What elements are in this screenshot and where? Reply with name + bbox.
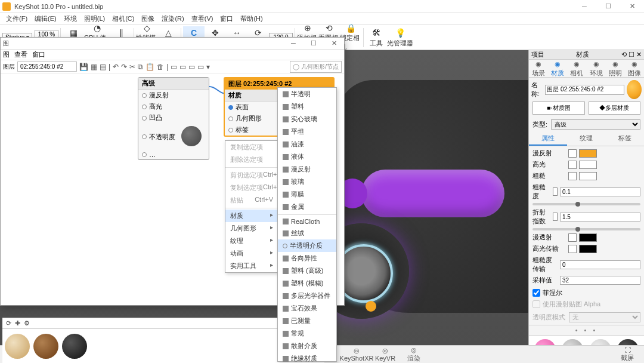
menu-render[interactable]: 渲染(R) xyxy=(159,13,186,24)
material-name-input[interactable] xyxy=(545,85,624,95)
value-input[interactable] xyxy=(560,276,640,285)
tab-material[interactable]: ◉材质 xyxy=(551,60,564,78)
layout-icon[interactable]: ▤ xyxy=(100,63,106,71)
bb-screenshot[interactable]: ⛶截屏 xyxy=(615,346,639,362)
material-graph-button[interactable]: ■◦材质图 xyxy=(532,101,585,115)
editor-path-input[interactable]: 02:255:245:0 #2 xyxy=(17,61,77,72)
tray-material-2[interactable] xyxy=(33,334,58,359)
submenu-半透明[interactable]: 半透明 xyxy=(278,88,336,100)
menu-help[interactable]: 帮助(H) xyxy=(238,13,265,24)
editor-max[interactable]: ☐ xyxy=(304,39,324,47)
submenu-半透明介质[interactable]: 半透明介质 xyxy=(278,239,336,252)
texture-slot[interactable] xyxy=(568,245,577,253)
ctx-实用工具[interactable]: 实用工具 xyxy=(225,260,278,272)
texture-slot[interactable] xyxy=(568,172,577,180)
color-swatch[interactable] xyxy=(579,149,597,158)
value-slider[interactable] xyxy=(532,228,640,230)
texture-slot[interactable] xyxy=(568,149,577,158)
submenu-液体[interactable]: 液体 xyxy=(278,150,336,163)
ctx-纹理[interactable]: 纹理 xyxy=(225,235,278,247)
tray-material-1[interactable] xyxy=(5,334,30,359)
material-type-submenu[interactable]: 半透明塑料实心玻璃平坦油漆液体漫反射玻璃薄膜金属RealCloth丝绒半透明介质… xyxy=(277,87,337,362)
menu-view[interactable]: 查看(V) xyxy=(189,13,216,24)
menu-camera[interactable]: 相机(C) xyxy=(110,13,137,24)
panel-separator[interactable]: • • • xyxy=(529,325,644,335)
submenu-塑料[interactable]: 塑料 xyxy=(278,100,336,113)
context-menu[interactable]: 复制选定项删除选定项剪切选定项Ctrl+X复制选定项Ctrl+C粘贴Ctrl+V… xyxy=(225,140,278,273)
bb-keyshotxr[interactable]: ◎KeyShotXR xyxy=(345,347,369,362)
submenu-油漆[interactable]: 油漆 xyxy=(278,138,336,150)
menu-env[interactable]: 环境 xyxy=(61,13,79,24)
tab-scene[interactable]: ◉场景 xyxy=(532,60,545,78)
ctx-动画[interactable]: 动画 xyxy=(225,247,278,260)
undo-icon[interactable]: ↶ xyxy=(113,63,119,71)
cut-icon[interactable]: ✂ xyxy=(129,63,135,71)
value-input[interactable] xyxy=(560,260,640,269)
value-slider[interactable] xyxy=(532,203,640,205)
submenu-塑料 (模糊)[interactable]: 塑料 (模糊) xyxy=(278,277,336,290)
more1-icon[interactable]: ▭ xyxy=(171,63,177,71)
editor-tab-graph[interactable]: 图 xyxy=(3,50,10,59)
bb-keyvr[interactable]: ◎KeyVR xyxy=(373,347,397,362)
value-input[interactable] xyxy=(560,187,640,196)
subtab-properties[interactable]: 属性 xyxy=(529,132,567,146)
ctx-几何图形[interactable]: 几何图形 xyxy=(225,222,278,235)
maximize-button[interactable]: ☐ xyxy=(596,0,620,13)
subtab-textures[interactable]: 纹理 xyxy=(567,132,605,146)
tab-camera[interactable]: ◉相机 xyxy=(570,60,583,78)
tray-gear-icon[interactable]: ⚙ xyxy=(24,319,30,327)
submenu-玻璃[interactable]: 玻璃 xyxy=(278,176,336,188)
submenu-丝绒[interactable]: 丝绒 xyxy=(278,227,336,239)
color-swatch[interactable] xyxy=(579,233,597,242)
submenu-平坦[interactable]: 平坦 xyxy=(278,125,336,138)
grid-icon[interactable]: ▦ xyxy=(91,63,97,71)
editor-tab-window[interactable]: 窗口 xyxy=(32,50,45,59)
submenu-多层光学器件[interactable]: 多层光学器件 xyxy=(278,290,336,302)
node-advanced[interactable]: 高级 漫反射 高光 凹凸 不透明度 … xyxy=(138,77,209,160)
tab-lighting[interactable]: ◉照明 xyxy=(609,60,622,78)
color-swatch[interactable] xyxy=(579,172,597,180)
editor-min[interactable]: ─ xyxy=(283,39,304,47)
paste-icon[interactable]: 📋 xyxy=(145,63,154,71)
save-icon[interactable]: 💾 xyxy=(79,63,88,71)
minimize-button[interactable]: ─ xyxy=(572,0,596,13)
submenu-漫反射[interactable]: 漫反射 xyxy=(278,163,336,176)
close-button[interactable]: ✕ xyxy=(620,0,644,13)
redo-icon[interactable]: ↷ xyxy=(121,63,127,71)
color-swatch[interactable] xyxy=(579,245,597,253)
submenu-RealCloth[interactable]: RealCloth xyxy=(278,216,336,227)
submenu-各向异性[interactable]: 各向异性 xyxy=(278,252,336,264)
submenu-已测量[interactable]: 已测量 xyxy=(278,315,336,327)
value-input[interactable] xyxy=(560,213,640,222)
material-type-select[interactable]: 高级 xyxy=(551,119,640,130)
delete-icon[interactable]: 🗑 xyxy=(157,63,164,71)
tab-environment[interactable]: ◉环境 xyxy=(590,60,603,78)
panel-controls[interactable]: ⟲ ☐ ✕ xyxy=(621,51,642,59)
bb-render[interactable]: ◎渲染 xyxy=(402,346,426,363)
more5-icon[interactable]: ▾ xyxy=(206,63,210,71)
submenu-实心玻璃[interactable]: 实心玻璃 xyxy=(278,113,336,125)
ctx-材质[interactable]: 材质 xyxy=(225,210,278,222)
submenu-常规[interactable]: 常规 xyxy=(278,327,336,340)
submenu-散射介质[interactable]: 散射介质 xyxy=(278,340,336,352)
menu-edit[interactable]: 编辑(E) xyxy=(32,13,59,24)
fresnel-checkbox[interactable] xyxy=(532,289,540,297)
submenu-绝缘材质[interactable]: 绝缘材质 xyxy=(278,352,336,363)
editor-close[interactable]: ✕ xyxy=(324,39,344,47)
subtab-labels[interactable]: 标签 xyxy=(606,132,644,146)
more4-icon[interactable]: ▭ xyxy=(197,63,204,71)
tray-plus-icon[interactable]: ✚ xyxy=(15,319,20,327)
tray-material-3[interactable] xyxy=(62,334,87,359)
more3-icon[interactable]: ▭ xyxy=(188,63,195,71)
tray-refresh-icon[interactable]: ⟳ xyxy=(6,319,11,327)
multilayer-button[interactable]: ◆多层材质 xyxy=(589,101,641,115)
editor-tab-view[interactable]: 查看 xyxy=(14,50,27,59)
node-search[interactable]: ◯ 几何图形/节点 xyxy=(290,61,342,73)
tab-image[interactable]: ◉图像 xyxy=(628,60,641,78)
submenu-塑料 (高级)[interactable]: 塑料 (高级) xyxy=(278,264,336,277)
color-swatch[interactable] xyxy=(579,161,597,169)
tb-light-manager[interactable]: 💡光管理器 xyxy=(387,26,413,49)
submenu-宝石效果[interactable]: 宝石效果 xyxy=(278,302,336,315)
more2-icon[interactable]: ▭ xyxy=(179,63,186,71)
texture-slot[interactable] xyxy=(568,161,577,169)
